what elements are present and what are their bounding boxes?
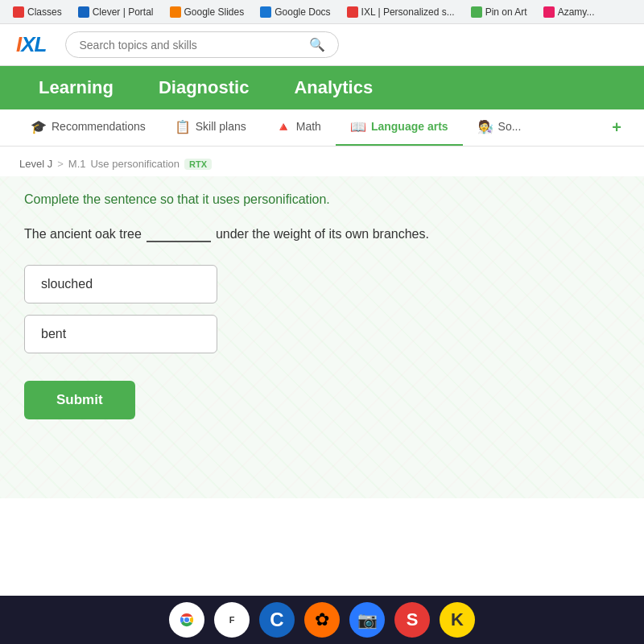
submit-button[interactable]: Submit	[24, 381, 135, 419]
subnav-science[interactable]: 🧑‍🔬 So...	[463, 109, 536, 147]
docs-icon	[260, 6, 271, 18]
taskbar-swift[interactable]: S	[394, 602, 430, 638]
swift-icon: S	[407, 609, 419, 630]
taskbar-follett[interactable]: F	[214, 602, 250, 638]
language-arts-icon: 📖	[350, 119, 366, 134]
option-bent[interactable]: bent	[24, 315, 217, 353]
caret-icon: C	[270, 609, 283, 631]
khan-icon: K	[451, 609, 464, 630]
breadcrumb-badge: RTX	[184, 159, 212, 170]
recommendations-icon: 🎓	[31, 119, 47, 134]
taskbar: F C ✿ 📷 S K	[0, 596, 644, 644]
flower-icon: ✿	[315, 609, 329, 630]
taskbar-zoom[interactable]: 📷	[349, 602, 385, 638]
slides-icon	[170, 6, 181, 18]
sub-nav: 🎓 Recommendations 📋 Skill plans 🔺 Math 📖…	[0, 109, 644, 147]
search-bar[interactable]: 🔍	[65, 31, 339, 58]
math-icon: 🔺	[275, 119, 291, 134]
pin-icon	[471, 6, 482, 18]
breadcrumb-level[interactable]: Level J	[19, 158, 52, 170]
nav-learning[interactable]: Learning	[16, 66, 136, 109]
subnav-recommendations[interactable]: 🎓 Recommendations	[16, 109, 160, 147]
search-input[interactable]	[79, 39, 303, 52]
clever-icon	[78, 6, 89, 18]
bookmark-pin[interactable]: Pin on Art	[464, 4, 534, 20]
subnav-skill-plans[interactable]: 📋 Skill plans	[160, 109, 261, 147]
bookmarks-bar: Classes Clever | Portal Google Slides Go…	[0, 0, 644, 24]
main-nav: Learning Diagnostic Analytics	[0, 66, 644, 109]
breadcrumb-separator: >	[57, 158, 64, 170]
taskbar-khan[interactable]: K	[440, 602, 475, 638]
breadcrumb-skill-name: Use personification	[90, 158, 180, 170]
bookmark-ixl[interactable]: IXL | Personalized s...	[341, 4, 461, 20]
nav-analytics[interactable]: Analytics	[271, 66, 395, 109]
main-content: Complete the sentence so that it uses pe…	[0, 176, 644, 498]
zoom-icon: 📷	[357, 610, 378, 630]
breadcrumb-skill-code: M.1	[68, 158, 86, 170]
svg-point-3	[184, 617, 189, 622]
answer-blank	[147, 226, 211, 242]
question-instruction: Complete the sentence so that it uses pe…	[24, 192, 620, 207]
bookmark-classes[interactable]: Classes	[6, 4, 68, 20]
ixl-logo: IXL	[16, 32, 46, 57]
taskbar-chrome[interactable]	[169, 602, 204, 638]
ixl-bk-icon	[347, 6, 358, 18]
sentence-before: The ancient oak tree	[24, 227, 142, 242]
bookmark-slides[interactable]: Google Slides	[163, 4, 251, 20]
sentence-after: under the weight of its own branches.	[216, 227, 429, 242]
subnav-language-arts[interactable]: 📖 Language arts	[336, 109, 463, 147]
bookmark-azamy[interactable]: Azamy...	[537, 4, 601, 20]
chrome-icon	[174, 607, 200, 633]
science-icon: 🧑‍🔬	[477, 119, 493, 134]
nav-diagnostic[interactable]: Diagnostic	[136, 66, 271, 109]
taskbar-caret[interactable]: C	[259, 602, 295, 638]
subnav-add[interactable]: +	[605, 118, 628, 137]
search-icon: 🔍	[309, 37, 325, 52]
azamy-icon	[543, 6, 555, 18]
bookmark-docs[interactable]: Google Docs	[254, 4, 336, 20]
bookmark-clever[interactable]: Clever | Portal	[72, 4, 160, 20]
option-slouched[interactable]: slouched	[24, 265, 217, 303]
subnav-math[interactable]: 🔺 Math	[261, 109, 336, 147]
classes-icon	[13, 6, 24, 18]
breadcrumb: Level J > M.1 Use personification RTX	[0, 147, 644, 176]
follett-icon: F	[229, 615, 235, 625]
taskbar-flower[interactable]: ✿	[304, 602, 340, 638]
ixl-topbar: IXL 🔍	[0, 24, 644, 66]
skill-plans-icon: 📋	[175, 119, 191, 134]
sentence-line: The ancient oak tree under the weight of…	[24, 226, 620, 242]
